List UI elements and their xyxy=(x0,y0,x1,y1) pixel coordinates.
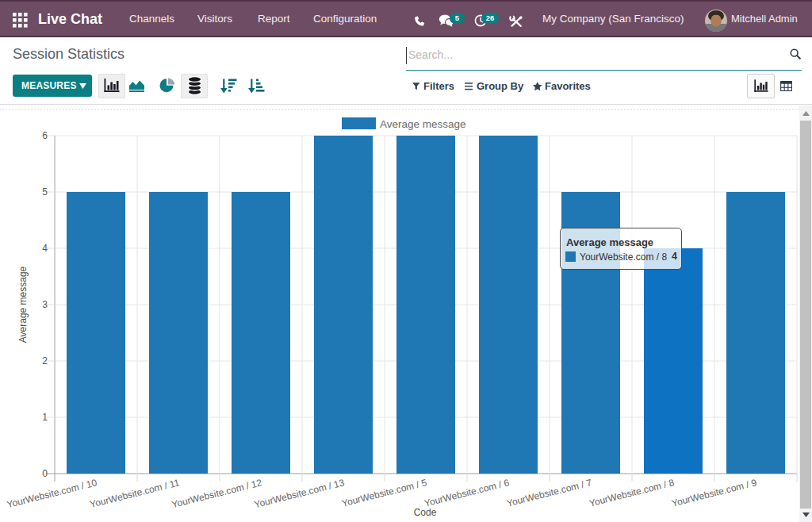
svg-text:YourWebsite.com / 7: YourWebsite.com / 7 xyxy=(506,477,593,509)
svg-text:1: 1 xyxy=(42,412,48,423)
svg-text:2: 2 xyxy=(42,355,48,367)
svg-text:YourWebsite.com / 9: YourWebsite.com / 9 xyxy=(671,477,758,509)
svg-text:YourWebsite.com / 10: YourWebsite.com / 10 xyxy=(6,477,98,510)
svg-text:4: 4 xyxy=(42,243,48,254)
svg-text:YourWebsite.com / 13: YourWebsite.com / 13 xyxy=(253,477,346,510)
svg-text:YourWebsite.com / 6: YourWebsite.com / 6 xyxy=(423,477,511,509)
svg-text:YourWebsite.com / 5: YourWebsite.com / 5 xyxy=(341,477,428,509)
svg-text:0: 0 xyxy=(42,468,48,479)
svg-text:3: 3 xyxy=(42,299,48,310)
svg-text:Average message: Average message xyxy=(380,118,466,130)
svg-text:Code: Code xyxy=(414,507,437,518)
svg-text:6: 6 xyxy=(42,130,48,141)
svg-text:5: 5 xyxy=(42,186,48,198)
svg-text:YourWebsite.com / 12: YourWebsite.com / 12 xyxy=(170,477,263,510)
svg-text:Average message: Average message xyxy=(17,266,29,343)
svg-text:YourWebsite.com / 11: YourWebsite.com / 11 xyxy=(89,477,181,510)
svg-text:YourWebsite.com / 8: YourWebsite.com / 8 xyxy=(588,477,676,509)
